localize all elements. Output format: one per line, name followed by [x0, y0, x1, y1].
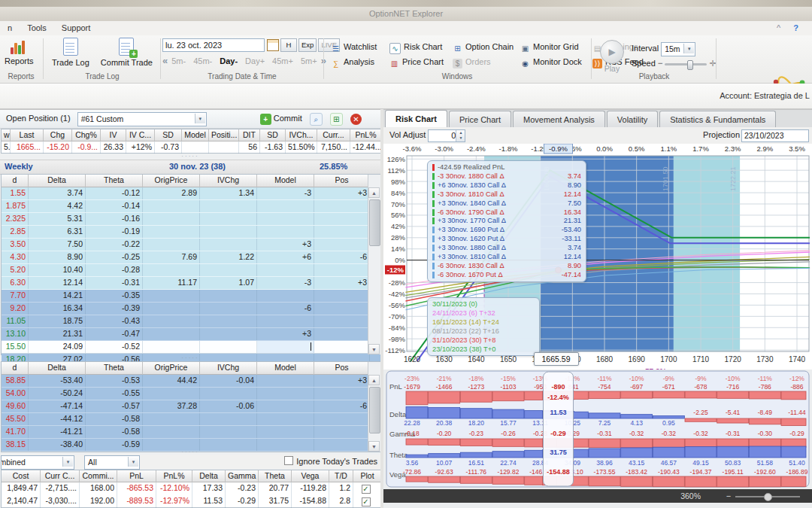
table-cell[interactable] [143, 200, 200, 212]
table-row[interactable]: 4.308.90-0.257.691.22+6-6 [2, 251, 380, 264]
table-cell[interactable]: +3 [314, 375, 370, 387]
table-cell[interactable]: 45.50 [2, 413, 29, 425]
table-cell[interactable] [143, 413, 200, 425]
table-cell[interactable] [200, 213, 257, 225]
table-cell[interactable]: -6 [257, 303, 314, 315]
menu-item[interactable]: Support [54, 21, 98, 35]
table-row[interactable]: 9.2016.34-0.39-6 [2, 303, 380, 315]
table-cell[interactable]: -0.22 [86, 239, 143, 251]
table-cell[interactable] [200, 341, 257, 353]
table-row[interactable]: 2.3255.31-0.16 [2, 213, 380, 226]
table-cell[interactable] [314, 226, 370, 238]
table-cell[interactable] [314, 341, 370, 353]
table-cell[interactable] [200, 413, 257, 425]
time-step-button[interactable]: 5m- [168, 56, 189, 65]
table-cell[interactable] [257, 388, 314, 400]
table-cell[interactable] [257, 200, 314, 212]
table-cell[interactable]: -0.28 [86, 264, 143, 276]
table-cell[interactable]: -0.55 [86, 388, 143, 400]
calendar-icon[interactable] [267, 39, 279, 51]
table-cell[interactable]: -44.12 [29, 413, 86, 425]
table-cell[interactable] [257, 264, 314, 276]
table-cell[interactable]: 16.34 [29, 303, 86, 315]
reports-button[interactable]: Reports [0, 35, 38, 67]
combined-select[interactable]: Combined▾ [1, 455, 74, 470]
table-cell[interactable] [200, 264, 257, 276]
time-step-button[interactable]: 45m- [189, 56, 216, 65]
table-cell[interactable]: 20.77 [259, 482, 292, 495]
ignore-todays-trades-checkbox[interactable]: Ignore Today's Trades [284, 455, 377, 469]
table-cell[interactable]: -12.10% [156, 482, 192, 495]
menu-item[interactable]: n [0, 21, 20, 35]
table-cell[interactable]: +3 [257, 328, 314, 340]
table-cell[interactable] [143, 341, 200, 353]
scroll-thumb[interactable] [369, 199, 380, 246]
table-cell[interactable]: -0.19 [86, 226, 143, 238]
table-cell[interactable] [182, 141, 209, 154]
table-cell[interactable]: -0.9... [72, 141, 101, 154]
commit-button[interactable]: + Commit [260, 114, 304, 123]
table-cell[interactable]: 26.33 [101, 141, 126, 154]
table-cell[interactable]: -0.47 [86, 328, 143, 340]
table-cell[interactable]: +3 [257, 239, 314, 251]
table-cell[interactable]: -3 [257, 187, 314, 199]
table-row[interactable]: 6.3012.14-0.3111.171.07-3+3 [2, 277, 380, 290]
table-cell[interactable]: -47.14 [29, 400, 86, 412]
strategy-select[interactable]: #61 Custom▾ [77, 112, 207, 126]
table-cell[interactable] [143, 239, 200, 251]
plot-checkbox[interactable]: ✓ [362, 497, 371, 506]
table-cell[interactable]: -0.23 [226, 482, 259, 495]
table-cell[interactable]: 56 [239, 141, 260, 154]
close-position-icon[interactable]: ✕ [350, 114, 362, 125]
table-cell[interactable]: -0.53 [86, 375, 143, 387]
horizontal-splitter[interactable]: ····· [0, 356, 380, 360]
table-cell[interactable]: 12.14 [29, 277, 86, 289]
table-cell[interactable] [143, 388, 200, 400]
interval-select[interactable]: 15m▾ [661, 42, 695, 56]
table-cell[interactable]: 11.53 [192, 495, 226, 508]
table-cell[interactable]: 7,150... [317, 141, 350, 154]
table-row[interactable]: 7.7014.21-0.35 [2, 290, 380, 303]
table-cell[interactable] [143, 264, 200, 276]
table-cell[interactable] [209, 141, 239, 154]
table-cell[interactable] [200, 226, 257, 238]
windows-button-monitor-grid[interactable]: ▣Monitor Grid [520, 40, 588, 55]
table-cell[interactable]: -15.20 [44, 141, 72, 154]
table-cell[interactable] [257, 413, 314, 425]
table-cell[interactable] [314, 439, 370, 451]
table-cell[interactable] [143, 213, 200, 225]
table-cell[interactable]: -1.63 [260, 141, 286, 154]
vol-adjust-input[interactable]: 0▲▼ [428, 129, 465, 142]
table-row[interactable]: 5.2010.40-0.28 [2, 264, 380, 277]
table-row[interactable]: 15.5024.09-0.52 [2, 341, 380, 354]
table-cell[interactable]: 2.8 [329, 495, 353, 508]
table-cell[interactable]: -0.35 [86, 290, 143, 302]
table-cell[interactable]: 1.34 [200, 187, 257, 199]
table-cell[interactable]: 11.17 [143, 277, 200, 289]
table-cell[interactable]: 51.50% [286, 141, 317, 154]
table-cell[interactable]: -3,030.... [41, 495, 80, 508]
table-cell[interactable]: +6 [257, 251, 314, 263]
table-cell[interactable] [143, 303, 200, 315]
table-cell[interactable]: 192.00 [80, 495, 117, 508]
table-cell[interactable]: -0.31 [86, 277, 143, 289]
windows-button-analysis[interactable]: ∑Analysis [331, 55, 385, 70]
table-cell[interactable]: 8.90 [29, 251, 86, 263]
table-cell[interactable]: 6.30 [2, 277, 29, 289]
table-cell[interactable]: 38.15 [2, 439, 29, 451]
table-row[interactable]: 2,140.47-3,030....192.00-889.53-12.97%11… [2, 495, 380, 508]
scroll-down-icon[interactable]: ▼ [368, 344, 380, 354]
table-cell[interactable]: -38.40 [29, 439, 86, 451]
table-cell[interactable]: ✓ [353, 482, 382, 495]
tab-volatility[interactable]: Volatility [607, 111, 658, 128]
time-step-button[interactable]: 45m+ [268, 56, 297, 65]
table-cell[interactable]: 37.28 [143, 400, 200, 412]
table-cell[interactable] [257, 226, 314, 238]
table-cell[interactable] [200, 315, 257, 327]
table-cell[interactable]: 49.60 [2, 400, 29, 412]
help-icon[interactable]: ? [793, 21, 798, 35]
table-cell[interactable]: 2.85 [2, 226, 29, 238]
search-icon[interactable]: ⌕ [310, 113, 323, 126]
table-cell[interactable] [314, 200, 370, 212]
table-cell[interactable]: 17.33 [192, 482, 226, 495]
